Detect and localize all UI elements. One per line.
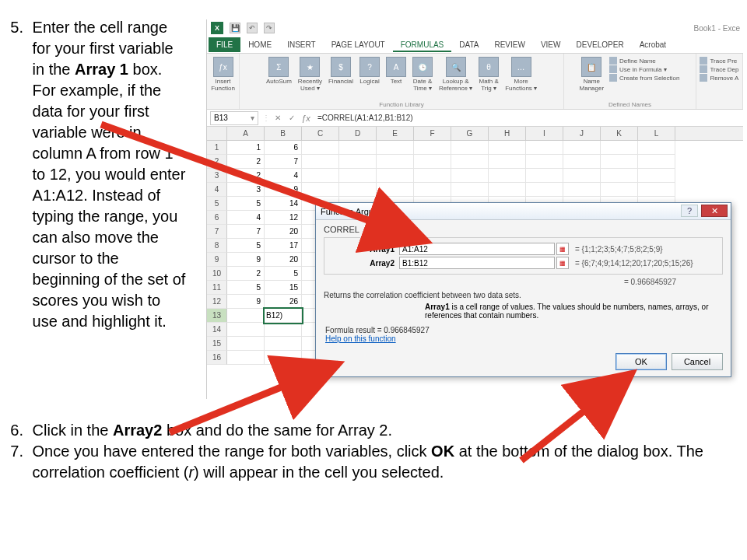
date-time-button[interactable]: 🕒Date &Time ▾ [410,55,435,94]
cell[interactable]: 5 [227,197,265,211]
tab-acrobat[interactable]: Acrobat [632,37,674,52]
row-header[interactable]: 2 [207,155,227,169]
cell[interactable] [339,169,377,183]
cell[interactable] [339,141,377,155]
cell[interactable]: 9 [227,295,265,309]
cell[interactable] [302,183,339,197]
cell[interactable] [227,337,265,351]
array2-input[interactable] [399,257,555,269]
cell[interactable]: 20 [265,253,302,267]
fx-button[interactable]: ƒx [299,111,313,125]
logical-button[interactable]: ?Logical [357,55,382,94]
tab-file[interactable]: FILE [209,37,240,52]
cell[interactable]: 3 [227,183,265,197]
col-L[interactable]: L [638,127,675,140]
cell[interactable]: 26 [265,295,302,309]
row-header[interactable]: 5 [207,197,227,211]
save-icon[interactable]: 💾 [230,23,240,33]
cell[interactable] [489,155,526,169]
cell[interactable]: 7 [265,155,302,169]
cell[interactable] [601,141,638,155]
cell[interactable] [302,169,339,183]
array1-input[interactable] [399,243,555,255]
math-trig-button[interactable]: θMath &Trig ▾ [476,55,501,94]
ok-button[interactable]: OK [615,353,667,370]
cell[interactable] [265,337,302,351]
col-I[interactable]: I [526,127,563,140]
cell[interactable] [377,155,414,169]
row-header[interactable]: 8 [207,239,227,253]
cell[interactable]: 2 [227,267,265,281]
cell[interactable] [451,183,489,197]
cell[interactable]: 9 [265,183,302,197]
col-J[interactable]: J [563,127,601,140]
row-header[interactable]: 1 [207,141,227,155]
dialog-titlebar[interactable]: Function Arguments ? ✕ [316,203,731,220]
col-F[interactable]: F [414,127,451,140]
col-K[interactable]: K [601,127,638,140]
cell[interactable]: 4 [265,169,302,183]
col-D[interactable]: D [339,127,377,140]
use-in-formula-button[interactable]: Use in Formula ▾ [609,65,679,73]
row-header[interactable]: 13 [207,309,227,323]
cell[interactable]: 17 [265,239,302,253]
cell[interactable]: 14 [265,197,302,211]
cell[interactable] [489,169,526,183]
cell[interactable] [451,155,489,169]
name-manager-button[interactable]: 📋NameManager [577,55,607,94]
array2-ref-button[interactable]: ▦ [556,257,569,269]
formula-enter-button[interactable]: ✓ [285,111,299,125]
row-header[interactable]: 10 [207,267,227,281]
cell[interactable] [451,169,489,183]
row-header[interactable]: 4 [207,183,227,197]
tab-page-layout[interactable]: PAGE LAYOUT [324,37,393,52]
cell[interactable] [377,169,414,183]
cell[interactable] [414,183,451,197]
col-G[interactable]: G [451,127,489,140]
name-box[interactable]: B13▾ [210,111,258,125]
cell[interactable]: 2 [227,169,265,183]
row-header[interactable]: 15 [207,337,227,351]
recently-used-button[interactable]: ★RecentlyUsed ▾ [296,55,324,94]
cell[interactable] [265,351,302,365]
cell[interactable] [227,351,265,365]
help-on-function-link[interactable]: Help on this function [325,334,430,343]
cell[interactable] [377,183,414,197]
cancel-button[interactable]: Cancel [672,353,723,370]
tab-view[interactable]: VIEW [533,37,569,52]
cell[interactable]: 12 [265,211,302,225]
cell[interactable] [638,141,675,155]
row-header[interactable]: 16 [207,351,227,365]
financial-button[interactable]: $Financial [326,55,356,94]
cell[interactable] [638,169,675,183]
cell[interactable] [526,155,563,169]
cell[interactable] [339,183,377,197]
col-H[interactable]: H [489,127,526,140]
cell[interactable] [414,169,451,183]
select-all-corner[interactable] [207,127,227,140]
redo-icon[interactable]: ↷ [264,23,275,33]
tab-insert[interactable]: INSERT [279,37,324,52]
tab-formulas[interactable]: FORMULAS [393,37,452,52]
cell[interactable] [526,169,563,183]
cell[interactable]: 1 [227,141,265,155]
undo-icon[interactable]: ↶ [247,23,258,33]
tab-developer[interactable]: DEVELOPER [568,37,631,52]
cell[interactable]: 20 [265,225,302,239]
cell[interactable]: 6 [265,141,302,155]
cell[interactable]: 5 [265,267,302,281]
cell[interactable] [638,183,675,197]
col-B[interactable]: B [265,127,302,140]
array1-ref-button[interactable]: ▦ [556,243,569,255]
dialog-help-button[interactable]: ? [681,205,698,217]
cell[interactable] [638,155,675,169]
cell[interactable] [563,183,601,197]
cell[interactable] [489,183,526,197]
cell[interactable]: 9 [227,253,265,267]
row-header[interactable]: 12 [207,295,227,309]
define-name-button[interactable]: Define Name [609,57,679,65]
cell[interactable] [377,141,414,155]
cell[interactable] [414,155,451,169]
row-header[interactable]: 6 [207,211,227,225]
cell[interactable] [451,141,489,155]
